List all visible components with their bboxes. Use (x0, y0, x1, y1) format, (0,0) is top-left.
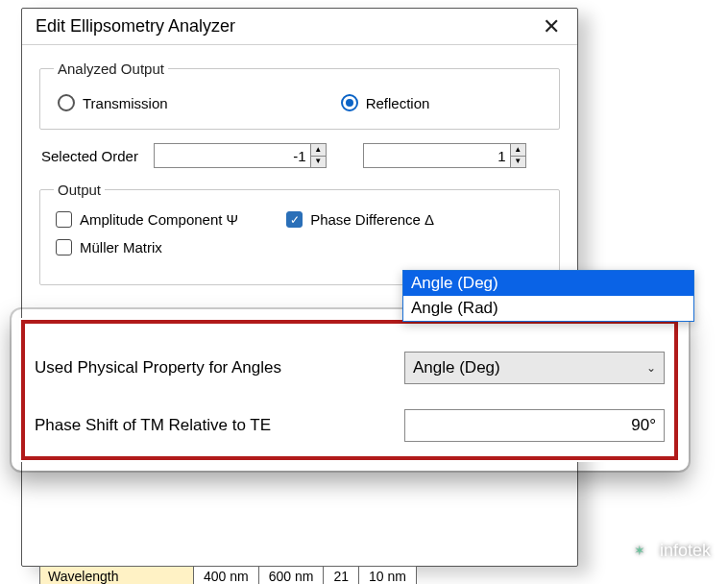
radio-transmission[interactable]: Transmission (58, 94, 168, 111)
cell: 400 nm (194, 567, 259, 585)
param-table: Wavelength 400 nm 600 nm 21 10 nm Spheri… (39, 566, 417, 584)
spinner-up-icon[interactable]: ▲ (511, 144, 525, 156)
cell: 21 (324, 567, 359, 585)
spinner-down-icon[interactable]: ▼ (311, 156, 326, 168)
phase-shift-field[interactable]: 90° (404, 409, 665, 442)
checkbox-amplitude[interactable]: Amplitude Component Ψ (56, 211, 238, 228)
watermark-text: infotek (660, 541, 711, 561)
titlebar: Edit Ellipsometry Analyzer ✕ (22, 9, 577, 45)
checkbox-icon (56, 239, 72, 256)
close-icon[interactable]: ✕ (535, 12, 568, 41)
select-value: Angle (Deg) (413, 358, 500, 377)
radio-label: Transmission (83, 95, 168, 111)
phase-shift-value: 90° (631, 416, 656, 435)
cell: 10 nm (358, 567, 416, 585)
highlight-panel: Used Physical Property for Angles Angle … (21, 320, 678, 460)
table-row: Wavelength 400 nm 600 nm 21 10 nm (40, 567, 417, 585)
phase-shift-label: Phase Shift of TM Relative to TE (35, 416, 404, 435)
order-spinner-1[interactable]: ▲▼ (154, 143, 327, 168)
order-input-1[interactable] (155, 144, 310, 167)
checkbox-icon (286, 211, 303, 228)
order-input-2[interactable] (364, 144, 510, 167)
selected-order-row: Selected Order ▲▼ ▲▼ (39, 139, 560, 176)
checkbox-label: Phase Difference Δ (310, 211, 434, 228)
watermark: ✶ infotek (627, 538, 711, 563)
row-header: Wavelength (40, 567, 194, 585)
dialog-title: Edit Ellipsometry Analyzer (36, 16, 535, 36)
output-legend: Output (54, 182, 105, 198)
analyzed-output-legend: Analyzed Output (54, 61, 168, 77)
dropdown-option-deg[interactable]: Angle (Deg) (403, 271, 693, 296)
radio-reflection[interactable]: Reflection (341, 94, 430, 111)
dropdown-option-rad[interactable]: Angle (Rad) (403, 296, 693, 321)
checkbox-phase-diff[interactable]: Phase Difference Δ (286, 211, 434, 228)
radio-icon (58, 94, 75, 111)
angles-unit-select[interactable]: Angle (Deg) ⌄ (404, 352, 665, 384)
chevron-down-icon: ⌄ (646, 361, 656, 375)
analyzed-output-group: Analyzed Output Transmission Reflection (39, 61, 560, 130)
radio-label: Reflection (366, 95, 430, 111)
cell: 600 nm (258, 567, 324, 585)
checkbox-muller[interactable]: Müller Matrix (56, 239, 162, 256)
checkbox-label: Amplitude Component Ψ (80, 211, 238, 228)
checkbox-label: Müller Matrix (80, 239, 162, 256)
spinner-up-icon[interactable]: ▲ (311, 144, 326, 156)
order-spinner-2[interactable]: ▲▼ (363, 143, 526, 168)
spinner-down-icon[interactable]: ▼ (511, 156, 525, 168)
checkbox-icon (56, 211, 72, 228)
angles-property-label: Used Physical Property for Angles (35, 358, 404, 377)
radio-icon (341, 94, 358, 111)
angles-unit-dropdown[interactable]: Angle (Deg) Angle (Rad) (402, 270, 694, 322)
chat-icon: ✶ (627, 538, 652, 563)
selected-order-label: Selected Order (41, 148, 138, 164)
